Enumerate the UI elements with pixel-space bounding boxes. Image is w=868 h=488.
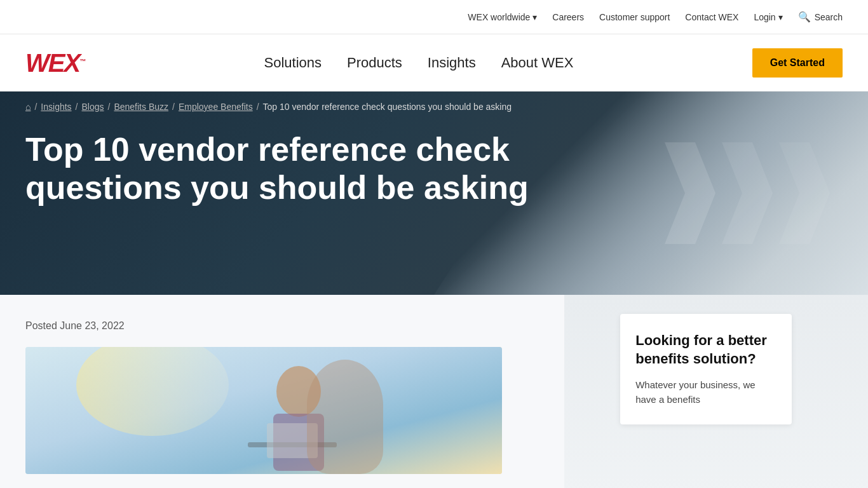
logo-trademark: ™ [79, 58, 85, 65]
nav-insights[interactable]: Insights [428, 55, 476, 71]
main-content: Posted June 23, 2022 [0, 295, 607, 488]
logo[interactable]: WEX™ [25, 50, 85, 76]
search-button[interactable]: 🔍 Search [798, 11, 843, 23]
sidebar: Looking for a better benefits solution? … [607, 295, 811, 488]
sidebar-card-title: Looking for a better benefits solution? [635, 332, 776, 368]
breadcrumb-current: Top 10 vendor reference check questions … [263, 102, 512, 112]
wex-worldwide-link[interactable]: WEX worldwide ▾ [468, 12, 537, 22]
article-image [25, 347, 502, 474]
content-section: Posted June 23, 2022 [0, 295, 868, 488]
get-started-button[interactable]: Get Started [752, 48, 843, 78]
search-icon: 🔍 [798, 11, 811, 23]
search-label: Search [815, 12, 843, 22]
hero-section: ⌂ / Insights / Blogs / Benefits Buzz / E… [0, 92, 868, 295]
chevron-decoration-2 [722, 142, 773, 244]
breadcrumb-bar: ⌂ / Insights / Blogs / Benefits Buzz / E… [0, 92, 868, 112]
main-header: WEX™ Solutions Products Insights About W… [0, 34, 868, 92]
breadcrumb-benefits-buzz[interactable]: Benefits Buzz [114, 102, 168, 112]
sidebar-card-text: Whatever your business, we have a benefi… [635, 378, 776, 407]
chevron-decoration-1 [665, 142, 715, 244]
logo-text: WEX™ [25, 50, 85, 76]
breadcrumb-sep-3: / [108, 102, 111, 112]
breadcrumb-blogs[interactable]: Blogs [82, 102, 104, 112]
breadcrumb: ⌂ / Insights / Blogs / Benefits Buzz / E… [25, 102, 843, 112]
breadcrumb-sep-4: / [172, 102, 175, 112]
article-image-svg [25, 347, 502, 474]
nav-products[interactable]: Products [347, 55, 402, 71]
chevron-down-icon: ▾ [532, 12, 537, 22]
careers-link[interactable]: Careers [552, 12, 584, 22]
chevron-decoration-3 [779, 142, 830, 244]
svg-rect-5 [267, 423, 318, 458]
hero-content: Top 10 vendor reference check questions … [0, 112, 564, 245]
hero-title: Top 10 vendor reference check questions … [25, 131, 539, 207]
login-link[interactable]: Login ▾ [754, 12, 782, 22]
breadcrumb-home[interactable]: ⌂ [25, 102, 31, 112]
customer-support-link[interactable]: Customer support [599, 12, 670, 22]
nav-solutions[interactable]: Solutions [264, 55, 322, 71]
posted-date: Posted June 23, 2022 [25, 320, 582, 332]
sidebar-card: Looking for a better benefits solution? … [620, 314, 792, 424]
chevron-down-icon: ▾ [778, 12, 783, 22]
main-nav: Solutions Products Insights About WEX [264, 55, 573, 71]
breadcrumb-sep-5: / [257, 102, 259, 112]
breadcrumb-sep-1: / [34, 102, 37, 112]
breadcrumb-sep-2: / [76, 102, 78, 112]
top-utility-bar: WEX worldwide ▾ Careers Customer support… [0, 0, 868, 34]
breadcrumb-employee-benefits[interactable]: Employee Benefits [179, 102, 253, 112]
home-icon: ⌂ [25, 102, 31, 112]
contact-wex-link[interactable]: Contact WEX [685, 12, 738, 22]
hero-chevrons [665, 142, 830, 244]
svg-point-2 [276, 366, 321, 417]
nav-about-wex[interactable]: About WEX [501, 55, 574, 71]
breadcrumb-insights[interactable]: Insights [41, 102, 71, 112]
